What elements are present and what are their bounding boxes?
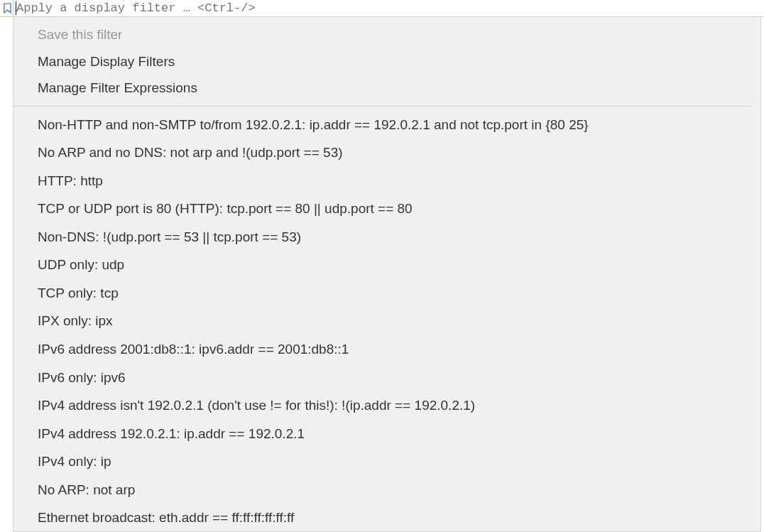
bookmark-icon[interactable] [0,1,13,16]
filter-dropdown-panel: Save this filter Manage Display Filters … [13,17,761,532]
filter-item[interactable]: IPv6 only: ipv6 [13,364,760,392]
saved-filters-list: Non-HTTP and non-SMTP to/from 192.0.2.1:… [13,107,760,532]
manage-display-filters-action[interactable]: Manage Display Filters [13,48,751,75]
manage-filter-expressions-action[interactable]: Manage Filter Expressions [13,75,751,102]
filter-item[interactable]: No ARP and no DNS: not arp and !(udp.por… [13,139,760,167]
filter-item[interactable]: IPv4 only: ip [13,447,760,476]
filter-item[interactable]: Non-HTTP and non-SMTP to/from 192.0.2.1:… [13,111,760,139]
text-caret [16,1,16,15]
filter-item[interactable]: IPv6 address 2001:db8::1: ipv6.addr == 2… [13,335,760,364]
filter-item[interactable]: No ARP: not arp [13,476,760,504]
filter-actions-section: Save this filter Manage Display Filters … [13,17,751,107]
display-filter-bar [0,0,764,17]
filter-input-wrapper [13,0,764,16]
save-this-filter-action: Save this filter [13,21,751,48]
filter-item[interactable]: Non-DNS: !(udp.port == 53 || tcp.port ==… [13,223,760,251]
filter-item[interactable]: UDP only: udp [13,251,760,279]
filter-item[interactable]: IPX only: ipx [13,307,760,335]
filter-item[interactable]: IPv4 address 192.0.2.1: ip.addr == 192.0… [13,420,760,448]
filter-item[interactable]: TCP only: tcp [13,279,760,308]
filter-item[interactable]: HTTP: http [13,167,760,195]
filter-item[interactable]: IPv4 address isn't 192.0.2.1 (don't use … [13,391,760,420]
filter-item[interactable]: Ethernet broadcast: eth.addr == ff:ff:ff… [13,504,760,532]
filter-item[interactable]: TCP or UDP port is 80 (HTTP): tcp.port =… [13,195,760,223]
display-filter-input[interactable] [13,0,764,16]
